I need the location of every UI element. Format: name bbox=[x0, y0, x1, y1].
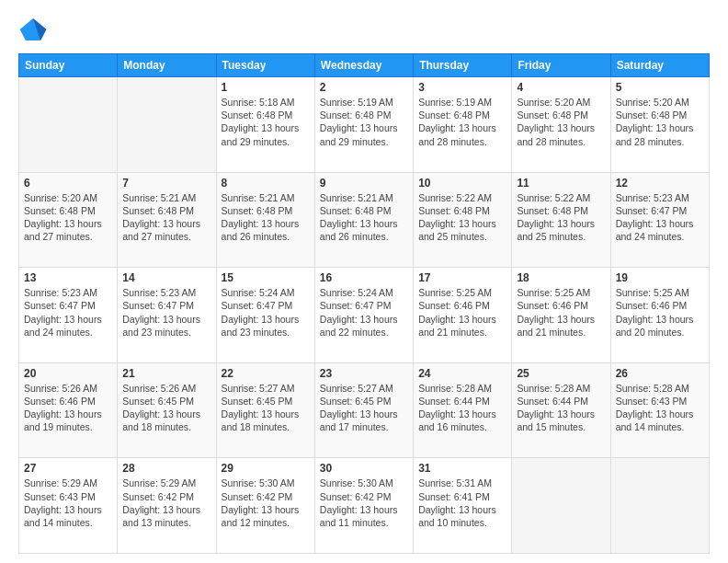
calendar-cell: 6Sunrise: 5:20 AM Sunset: 6:48 PM Daylig… bbox=[19, 172, 118, 268]
week-row-1: 1Sunrise: 5:18 AM Sunset: 6:48 PM Daylig… bbox=[19, 77, 710, 173]
day-number: 9 bbox=[320, 177, 408, 190]
calendar-cell: 7Sunrise: 5:21 AM Sunset: 6:48 PM Daylig… bbox=[118, 172, 216, 268]
calendar-cell: 30Sunrise: 5:30 AM Sunset: 6:42 PM Dayli… bbox=[314, 458, 413, 554]
day-number: 26 bbox=[616, 367, 704, 380]
calendar-cell: 19Sunrise: 5:25 AM Sunset: 6:46 PM Dayli… bbox=[610, 268, 709, 363]
day-info: Sunrise: 5:20 AM Sunset: 6:48 PM Dayligh… bbox=[616, 96, 704, 148]
day-number: 7 bbox=[122, 177, 210, 190]
calendar-cell: 18Sunrise: 5:25 AM Sunset: 6:46 PM Dayli… bbox=[512, 268, 610, 363]
calendar-cell: 29Sunrise: 5:30 AM Sunset: 6:42 PM Dayli… bbox=[216, 458, 314, 554]
calendar-cell: 23Sunrise: 5:27 AM Sunset: 6:45 PM Dayli… bbox=[314, 362, 413, 458]
day-info: Sunrise: 5:28 AM Sunset: 6:44 PM Dayligh… bbox=[418, 382, 506, 434]
week-row-3: 13Sunrise: 5:23 AM Sunset: 6:47 PM Dayli… bbox=[19, 268, 710, 363]
logo-icon bbox=[18, 15, 48, 44]
calendar-table: SundayMondayTuesdayWednesdayThursdayFrid… bbox=[18, 53, 710, 554]
day-info: Sunrise: 5:29 AM Sunset: 6:42 PM Dayligh… bbox=[122, 477, 210, 529]
day-number: 11 bbox=[517, 177, 605, 190]
day-info: Sunrise: 5:24 AM Sunset: 6:47 PM Dayligh… bbox=[320, 286, 408, 339]
day-number: 21 bbox=[122, 367, 210, 380]
day-number: 4 bbox=[517, 81, 605, 94]
calendar-cell: 3Sunrise: 5:19 AM Sunset: 6:48 PM Daylig… bbox=[414, 77, 512, 173]
day-info: Sunrise: 5:28 AM Sunset: 6:43 PM Dayligh… bbox=[616, 382, 704, 434]
day-number: 2 bbox=[320, 81, 408, 94]
day-info: Sunrise: 5:21 AM Sunset: 6:48 PM Dayligh… bbox=[122, 191, 210, 244]
day-info: Sunrise: 5:25 AM Sunset: 6:46 PM Dayligh… bbox=[517, 286, 605, 339]
day-number: 29 bbox=[222, 462, 310, 475]
day-info: Sunrise: 5:21 AM Sunset: 6:48 PM Dayligh… bbox=[320, 191, 408, 244]
day-info: Sunrise: 5:25 AM Sunset: 6:46 PM Dayligh… bbox=[616, 286, 704, 339]
calendar-cell: 11Sunrise: 5:22 AM Sunset: 6:48 PM Dayli… bbox=[512, 172, 610, 268]
day-info: Sunrise: 5:20 AM Sunset: 6:48 PM Dayligh… bbox=[517, 96, 605, 148]
day-number: 5 bbox=[616, 81, 704, 94]
day-number: 19 bbox=[616, 271, 704, 284]
day-info: Sunrise: 5:25 AM Sunset: 6:46 PM Dayligh… bbox=[418, 286, 506, 339]
day-info: Sunrise: 5:23 AM Sunset: 6:47 PM Dayligh… bbox=[24, 286, 112, 339]
day-info: Sunrise: 5:23 AM Sunset: 6:47 PM Dayligh… bbox=[122, 286, 210, 339]
day-info: Sunrise: 5:27 AM Sunset: 6:45 PM Dayligh… bbox=[222, 382, 310, 434]
calendar-cell bbox=[610, 458, 709, 554]
calendar-cell: 22Sunrise: 5:27 AM Sunset: 6:45 PM Dayli… bbox=[216, 362, 314, 458]
day-number: 16 bbox=[320, 271, 408, 284]
calendar-cell: 9Sunrise: 5:21 AM Sunset: 6:48 PM Daylig… bbox=[314, 172, 413, 268]
day-number: 6 bbox=[24, 177, 112, 190]
day-number: 24 bbox=[418, 367, 506, 380]
calendar-cell: 14Sunrise: 5:23 AM Sunset: 6:47 PM Dayli… bbox=[118, 268, 216, 363]
weekday-header-saturday: Saturday bbox=[610, 54, 709, 77]
day-info: Sunrise: 5:30 AM Sunset: 6:42 PM Dayligh… bbox=[222, 477, 310, 529]
day-info: Sunrise: 5:29 AM Sunset: 6:43 PM Dayligh… bbox=[24, 477, 112, 529]
calendar-cell: 27Sunrise: 5:29 AM Sunset: 6:43 PM Dayli… bbox=[19, 458, 118, 554]
day-info: Sunrise: 5:26 AM Sunset: 6:46 PM Dayligh… bbox=[24, 382, 112, 434]
day-info: Sunrise: 5:19 AM Sunset: 6:48 PM Dayligh… bbox=[418, 96, 506, 148]
calendar-cell: 31Sunrise: 5:31 AM Sunset: 6:41 PM Dayli… bbox=[414, 458, 512, 554]
day-number: 8 bbox=[222, 177, 310, 190]
weekday-header-monday: Monday bbox=[118, 54, 216, 77]
calendar-cell: 2Sunrise: 5:19 AM Sunset: 6:48 PM Daylig… bbox=[314, 77, 413, 173]
day-number: 13 bbox=[24, 271, 112, 284]
weekday-header-row: SundayMondayTuesdayWednesdayThursdayFrid… bbox=[19, 54, 710, 77]
calendar-cell: 10Sunrise: 5:22 AM Sunset: 6:48 PM Dayli… bbox=[414, 172, 512, 268]
calendar-cell: 25Sunrise: 5:28 AM Sunset: 6:44 PM Dayli… bbox=[512, 362, 610, 458]
calendar-cell bbox=[19, 77, 118, 173]
weekday-header-wednesday: Wednesday bbox=[314, 54, 413, 77]
day-info: Sunrise: 5:27 AM Sunset: 6:45 PM Dayligh… bbox=[320, 382, 408, 434]
day-info: Sunrise: 5:20 AM Sunset: 6:48 PM Dayligh… bbox=[24, 191, 112, 244]
day-number: 23 bbox=[320, 367, 408, 380]
calendar-cell: 17Sunrise: 5:25 AM Sunset: 6:46 PM Dayli… bbox=[414, 268, 512, 363]
logo bbox=[18, 15, 51, 44]
day-number: 30 bbox=[320, 462, 408, 475]
calendar-cell: 5Sunrise: 5:20 AM Sunset: 6:48 PM Daylig… bbox=[610, 77, 709, 173]
day-number: 3 bbox=[418, 81, 506, 94]
calendar-cell: 21Sunrise: 5:26 AM Sunset: 6:45 PM Dayli… bbox=[118, 362, 216, 458]
calendar-cell: 20Sunrise: 5:26 AM Sunset: 6:46 PM Dayli… bbox=[19, 362, 118, 458]
calendar-cell: 12Sunrise: 5:23 AM Sunset: 6:47 PM Dayli… bbox=[610, 172, 709, 268]
day-info: Sunrise: 5:28 AM Sunset: 6:44 PM Dayligh… bbox=[517, 382, 605, 434]
day-info: Sunrise: 5:31 AM Sunset: 6:41 PM Dayligh… bbox=[418, 477, 506, 529]
calendar-cell: 16Sunrise: 5:24 AM Sunset: 6:47 PM Dayli… bbox=[314, 268, 413, 363]
day-number: 31 bbox=[418, 462, 506, 475]
calendar-cell bbox=[118, 77, 216, 173]
calendar-cell: 13Sunrise: 5:23 AM Sunset: 6:47 PM Dayli… bbox=[19, 268, 118, 363]
calendar-cell: 1Sunrise: 5:18 AM Sunset: 6:48 PM Daylig… bbox=[216, 77, 314, 173]
week-row-4: 20Sunrise: 5:26 AM Sunset: 6:46 PM Dayli… bbox=[19, 362, 710, 458]
weekday-header-friday: Friday bbox=[512, 54, 610, 77]
day-number: 15 bbox=[222, 271, 310, 284]
day-number: 10 bbox=[418, 177, 506, 190]
calendar-cell bbox=[512, 458, 610, 554]
day-number: 22 bbox=[222, 367, 310, 380]
day-info: Sunrise: 5:21 AM Sunset: 6:48 PM Dayligh… bbox=[222, 191, 310, 244]
day-number: 12 bbox=[616, 177, 704, 190]
calendar-cell: 4Sunrise: 5:20 AM Sunset: 6:48 PM Daylig… bbox=[512, 77, 610, 173]
calendar-cell: 26Sunrise: 5:28 AM Sunset: 6:43 PM Dayli… bbox=[610, 362, 709, 458]
day-number: 14 bbox=[122, 271, 210, 284]
day-number: 27 bbox=[24, 462, 112, 475]
day-number: 25 bbox=[517, 367, 605, 380]
day-info: Sunrise: 5:23 AM Sunset: 6:47 PM Dayligh… bbox=[616, 191, 704, 244]
weekday-header-sunday: Sunday bbox=[19, 54, 118, 77]
day-number: 20 bbox=[24, 367, 112, 380]
calendar-cell: 8Sunrise: 5:21 AM Sunset: 6:48 PM Daylig… bbox=[216, 172, 314, 268]
day-number: 18 bbox=[517, 271, 605, 284]
day-info: Sunrise: 5:26 AM Sunset: 6:45 PM Dayligh… bbox=[122, 382, 210, 434]
day-number: 1 bbox=[222, 81, 310, 94]
calendar-cell: 28Sunrise: 5:29 AM Sunset: 6:42 PM Dayli… bbox=[118, 458, 216, 554]
day-number: 28 bbox=[122, 462, 210, 475]
